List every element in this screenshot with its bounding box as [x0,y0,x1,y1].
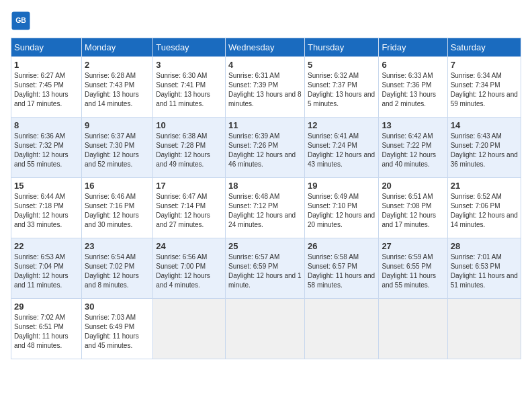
day-info: Sunrise: 6:30 AM Sunset: 7:41 PM Dayligh… [156,71,222,109]
day-info: Sunrise: 6:33 AM Sunset: 7:36 PM Dayligh… [382,71,444,109]
calendar-cell: 25 Sunrise: 6:57 AM Sunset: 6:59 PM Dayl… [226,238,305,299]
calendar-week-row: 1 Sunrise: 6:27 AM Sunset: 7:45 PM Dayli… [11,57,521,118]
day-info: Sunrise: 6:56 AM Sunset: 7:00 PM Dayligh… [156,253,222,290]
day-number: 1 [14,60,79,70]
calendar-cell: 8 Sunrise: 6:36 AM Sunset: 7:32 PM Dayli… [11,118,82,178]
calendar-cell: 20 Sunrise: 6:51 AM Sunset: 7:08 PM Dayl… [379,178,447,238]
day-number: 26 [308,241,375,251]
calendar-cell: 17 Sunrise: 6:47 AM Sunset: 7:14 PM Dayl… [153,178,226,238]
header: GB [11,11,521,31]
day-info: Sunrise: 6:58 AM Sunset: 6:57 PM Dayligh… [308,253,375,290]
day-number: 23 [85,241,150,251]
day-info: Sunrise: 7:01 AM Sunset: 6:53 PM Dayligh… [451,253,518,290]
calendar-cell [379,299,447,359]
calendar-cell: 3 Sunrise: 6:30 AM Sunset: 7:41 PM Dayli… [153,57,226,118]
day-number: 4 [228,60,302,70]
day-number: 28 [451,241,518,251]
day-info: Sunrise: 7:02 AM Sunset: 6:51 PM Dayligh… [14,313,79,351]
calendar-cell: 28 Sunrise: 7:01 AM Sunset: 6:53 PM Dayl… [447,238,521,299]
day-info: Sunrise: 6:59 AM Sunset: 6:55 PM Dayligh… [382,253,444,290]
calendar-cell: 27 Sunrise: 6:59 AM Sunset: 6:55 PM Dayl… [379,238,447,299]
day-number: 3 [156,60,222,70]
calendar-cell: 5 Sunrise: 6:32 AM Sunset: 7:37 PM Dayli… [305,57,379,118]
day-number: 5 [308,60,375,70]
day-info: Sunrise: 6:53 AM Sunset: 7:04 PM Dayligh… [14,253,79,290]
day-number: 15 [14,181,79,191]
day-info: Sunrise: 6:36 AM Sunset: 7:32 PM Dayligh… [14,132,79,169]
day-number: 16 [85,181,150,191]
calendar-cell: 29 Sunrise: 7:02 AM Sunset: 6:51 PM Dayl… [11,299,82,359]
weekday-header-thursday: Thursday [305,38,379,57]
calendar-cell: 26 Sunrise: 6:58 AM Sunset: 6:57 PM Dayl… [305,238,379,299]
day-number: 6 [382,60,444,70]
day-info: Sunrise: 6:57 AM Sunset: 6:59 PM Dayligh… [228,253,302,290]
day-number: 11 [228,120,302,130]
weekday-header-saturday: Saturday [447,38,521,57]
day-number: 25 [228,241,302,251]
day-number: 17 [156,181,222,191]
day-number: 30 [85,302,150,312]
calendar-cell [305,299,379,359]
day-info: Sunrise: 6:46 AM Sunset: 7:16 PM Dayligh… [85,192,150,230]
weekday-header-tuesday: Tuesday [153,38,226,57]
day-number: 24 [156,241,222,251]
day-info: Sunrise: 6:34 AM Sunset: 7:34 PM Dayligh… [451,71,518,109]
day-number: 10 [156,120,222,130]
day-info: Sunrise: 6:47 AM Sunset: 7:14 PM Dayligh… [156,192,222,230]
day-number: 9 [85,120,150,130]
calendar-cell: 11 Sunrise: 6:39 AM Sunset: 7:26 PM Dayl… [226,118,305,178]
day-info: Sunrise: 6:44 AM Sunset: 7:18 PM Dayligh… [14,192,79,230]
day-info: Sunrise: 7:03 AM Sunset: 6:49 PM Dayligh… [85,313,150,351]
logo-icon: GB [11,11,31,31]
day-number: 12 [308,120,375,130]
calendar-week-row: 29 Sunrise: 7:02 AM Sunset: 6:51 PM Dayl… [11,299,521,359]
weekday-header-row: SundayMondayTuesdayWednesdayThursdayFrid… [11,38,521,57]
day-info: Sunrise: 6:38 AM Sunset: 7:28 PM Dayligh… [156,132,222,169]
day-number: 13 [382,120,444,130]
weekday-header-sunday: Sunday [11,38,82,57]
calendar-cell: 24 Sunrise: 6:56 AM Sunset: 7:00 PM Dayl… [153,238,226,299]
day-info: Sunrise: 6:39 AM Sunset: 7:26 PM Dayligh… [228,132,302,169]
day-number: 8 [14,120,79,130]
calendar-week-row: 22 Sunrise: 6:53 AM Sunset: 7:04 PM Dayl… [11,238,521,299]
day-info: Sunrise: 6:28 AM Sunset: 7:43 PM Dayligh… [85,71,150,109]
calendar-cell: 6 Sunrise: 6:33 AM Sunset: 7:36 PM Dayli… [379,57,447,118]
day-number: 14 [451,120,518,130]
calendar-table: SundayMondayTuesdayWednesdayThursdayFrid… [11,38,521,359]
day-info: Sunrise: 6:51 AM Sunset: 7:08 PM Dayligh… [382,192,444,230]
calendar-cell: 18 Sunrise: 6:48 AM Sunset: 7:12 PM Dayl… [226,178,305,238]
day-number: 29 [14,302,79,312]
calendar-cell: 12 Sunrise: 6:41 AM Sunset: 7:24 PM Dayl… [305,118,379,178]
day-number: 21 [451,181,518,191]
day-info: Sunrise: 6:48 AM Sunset: 7:12 PM Dayligh… [228,192,302,230]
calendar-cell [226,299,305,359]
day-info: Sunrise: 6:41 AM Sunset: 7:24 PM Dayligh… [308,132,375,169]
calendar-cell: 30 Sunrise: 7:03 AM Sunset: 6:49 PM Dayl… [82,299,153,359]
weekday-header-monday: Monday [82,38,153,57]
calendar-cell: 21 Sunrise: 6:52 AM Sunset: 7:06 PM Dayl… [447,178,521,238]
calendar-cell: 13 Sunrise: 6:42 AM Sunset: 7:22 PM Dayl… [379,118,447,178]
day-number: 22 [14,241,79,251]
calendar-cell: 15 Sunrise: 6:44 AM Sunset: 7:18 PM Dayl… [11,178,82,238]
calendar-cell: 7 Sunrise: 6:34 AM Sunset: 7:34 PM Dayli… [447,57,521,118]
day-number: 19 [308,181,375,191]
calendar-cell: 22 Sunrise: 6:53 AM Sunset: 7:04 PM Dayl… [11,238,82,299]
weekday-header-wednesday: Wednesday [226,38,305,57]
calendar-cell: 9 Sunrise: 6:37 AM Sunset: 7:30 PM Dayli… [82,118,153,178]
day-info: Sunrise: 6:37 AM Sunset: 7:30 PM Dayligh… [85,132,150,169]
calendar-cell [447,299,521,359]
logo: GB [11,11,34,31]
day-number: 27 [382,241,444,251]
calendar-cell: 23 Sunrise: 6:54 AM Sunset: 7:02 PM Dayl… [82,238,153,299]
calendar-week-row: 8 Sunrise: 6:36 AM Sunset: 7:32 PM Dayli… [11,118,521,178]
calendar-cell: 1 Sunrise: 6:27 AM Sunset: 7:45 PM Dayli… [11,57,82,118]
day-info: Sunrise: 6:54 AM Sunset: 7:02 PM Dayligh… [85,253,150,290]
day-number: 18 [228,181,302,191]
svg-text:GB: GB [15,16,26,24]
day-info: Sunrise: 6:27 AM Sunset: 7:45 PM Dayligh… [14,71,79,109]
calendar-cell: 4 Sunrise: 6:31 AM Sunset: 7:39 PM Dayli… [226,57,305,118]
calendar-cell: 16 Sunrise: 6:46 AM Sunset: 7:16 PM Dayl… [82,178,153,238]
day-info: Sunrise: 6:52 AM Sunset: 7:06 PM Dayligh… [451,192,518,230]
day-info: Sunrise: 6:43 AM Sunset: 7:20 PM Dayligh… [451,132,518,169]
day-number: 20 [382,181,444,191]
